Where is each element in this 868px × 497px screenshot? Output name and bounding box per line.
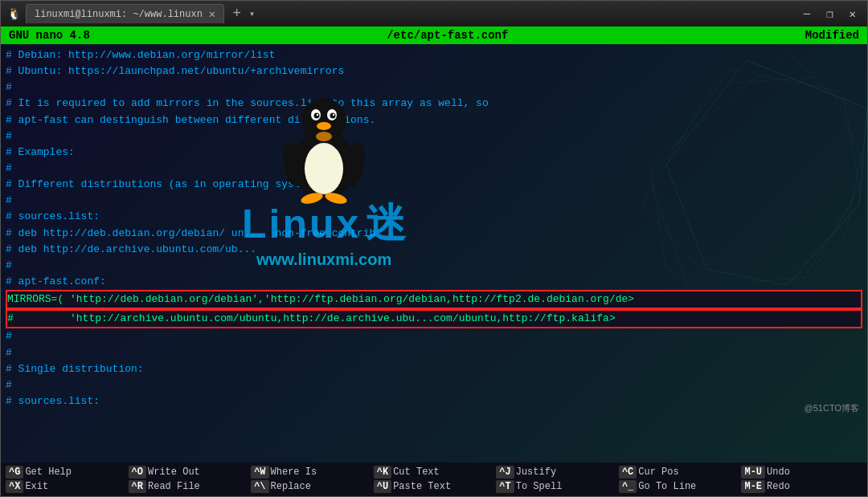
editor-line: # (6, 161, 862, 177)
shortcut-key: ^G (6, 466, 23, 479)
editor-line: # apt-fast.conf: (6, 274, 862, 290)
shortcut-label: Where Is (271, 466, 317, 478)
minimize-button[interactable]: — (799, 6, 815, 22)
shortcut-exit: ^X Exit (6, 480, 127, 493)
shortcut-label: Exit (25, 481, 48, 492)
editor-line: # sources.list: (6, 209, 862, 225)
shortcut-redo: M-E Redo (741, 480, 862, 493)
editor-line: # (6, 79, 862, 96)
shortcut-get-help: ^G Get Help (6, 466, 127, 479)
shortcut-replace: ^\ Replace (251, 480, 372, 493)
highlighted-line-2: # 'http://archive.ubuntu.com/ubuntu,http… (6, 309, 862, 328)
shortcut-cut-text: ^K Cut Text (374, 466, 495, 479)
terminal-icon: 🐧 (7, 7, 21, 21)
editor-line: # (6, 128, 862, 145)
editor-line: # (6, 193, 862, 209)
editor-line: # deb http://de.archive.ubuntu.com/ub... (6, 242, 862, 258)
editor-line: # Different distributions (as in operati… (6, 177, 862, 193)
shortcut-write-out: ^O Write Out (129, 466, 250, 479)
editor-line: # Ubuntu: https://launchpad.net/ubuntu/+… (6, 63, 862, 79)
shortcut-key: M-U (741, 466, 765, 479)
shortcut-label: Redo (767, 481, 790, 492)
shortcut-key: ^X (6, 480, 23, 493)
shortcut-label: Paste Text (393, 481, 451, 492)
shortcut-row-2: ^X Exit ^R Read File ^\ Replace ^U Paste… (6, 480, 862, 493)
editor-line: # Single distribution: (6, 361, 862, 377)
shortcut-key: ^_ (619, 480, 637, 493)
shortcut-key: ^T (496, 480, 514, 493)
shortcut-key: ^U (374, 480, 391, 493)
tab-dropdown-button[interactable]: ▾ (249, 8, 255, 20)
shortcut-where-is: ^W Where Is (251, 466, 372, 479)
editor-content: # Debian: http://www.debian.org/mirror/l… (6, 47, 862, 409)
tab-label: linuxmi@linuxmi: ~/www.linuxn (35, 9, 203, 20)
shortcut-label: Read File (148, 481, 200, 492)
tab-close-button[interactable]: ✕ (209, 7, 215, 21)
title-bar-left: 🐧 linuxmi@linuxmi: ~/www.linuxn ✕ + ▾ (7, 4, 799, 23)
highlighted-line-1: MIRRORS=( 'http://deb.debian.org/debian'… (6, 290, 862, 309)
active-tab[interactable]: linuxmi@linuxmi: ~/www.linuxn ✕ (26, 4, 224, 23)
editor-line: # It is required to add mirrors in the s… (6, 96, 862, 112)
editor-line: # Examples: (6, 145, 862, 161)
shortcut-label: Get Help (25, 466, 72, 478)
shortcut-justify: ^J Justify (496, 466, 617, 479)
shortcut-label: To Spell (516, 481, 563, 492)
editor-line: # deb http://deb.debian.org/debian/ un..… (6, 226, 862, 242)
shortcut-key: M-E (741, 480, 765, 493)
shortcut-key: ^W (251, 466, 268, 479)
shortcut-key: ^J (496, 466, 514, 479)
shortcut-read-file: ^R Read File (129, 480, 250, 493)
nano-filename: /etc/apt-fast.conf (387, 29, 508, 42)
editor-line: # (6, 345, 862, 361)
shortcut-go-to-line: ^_ Go To Line (619, 480, 740, 493)
nano-status-bar: GNU nano 4.8 /etc/apt-fast.conf Modified (1, 26, 867, 44)
shortcut-label: Justify (516, 466, 556, 478)
editor-line: # (6, 377, 862, 393)
shortcut-label: Replace (271, 481, 311, 492)
nano-modified: Modified (805, 29, 859, 42)
maximize-button[interactable]: ❐ (821, 6, 837, 22)
title-bar: 🐧 linuxmi@linuxmi: ~/www.linuxn ✕ + ▾ — … (1, 1, 867, 26)
shortcut-cur-pos: ^C Cur Pos (619, 466, 740, 479)
shortcut-key: ^R (129, 480, 146, 493)
shortcut-label: Cur Pos (638, 466, 678, 478)
new-tab-button[interactable]: + (229, 6, 244, 22)
window-controls: — ❐ ✕ (799, 6, 861, 22)
shortcut-undo: M-U Undo (741, 466, 862, 479)
editor-line: # Debian: http://www.debian.org/mirror/l… (6, 47, 862, 63)
editor-line: # sources.list: (6, 393, 862, 409)
shortcut-label: Go To Line (638, 481, 696, 492)
editor-line: # (6, 328, 862, 344)
terminal-window: 🐧 linuxmi@linuxmi: ~/www.linuxn ✕ + ▾ — … (0, 0, 868, 497)
shortcut-key: ^K (374, 466, 391, 479)
editor-area[interactable]: # Debian: http://www.debian.org/mirror/l… (1, 44, 867, 462)
shortcut-label: Undo (767, 466, 790, 478)
shortcut-key: ^C (619, 466, 637, 479)
editor-line: # apt-fast can destinguish between diffe… (6, 112, 862, 128)
shortcut-key: ^\ (251, 480, 268, 493)
nano-version: GNU nano 4.8 (9, 29, 90, 42)
shortcut-label: Write Out (148, 466, 200, 478)
shortcut-label: Cut Text (393, 466, 440, 478)
shortcut-row-1: ^G Get Help ^O Write Out ^W Where Is ^K … (6, 466, 862, 479)
shortcut-bar: ^G Get Help ^O Write Out ^W Where Is ^K … (1, 462, 867, 496)
shortcut-key: ^O (129, 466, 146, 479)
shortcut-paste-text: ^U Paste Text (374, 480, 495, 493)
shortcut-to-spell: ^T To Spell (496, 480, 617, 493)
blog-attribution: @51CTO博客 (805, 402, 859, 414)
editor-line: # (6, 258, 862, 274)
close-window-button[interactable]: ✕ (845, 6, 861, 22)
